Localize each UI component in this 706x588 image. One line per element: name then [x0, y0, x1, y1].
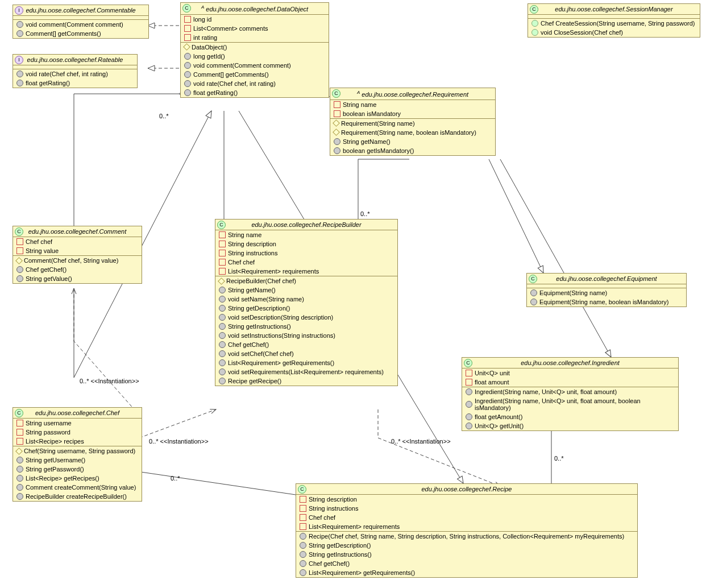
attribute: List<Comment> comments — [193, 25, 268, 32]
method: Recipe getRecipe() — [228, 378, 281, 384]
method: Chef CreateSession(String username, Stri… — [541, 20, 695, 27]
class-title: edu.jhu.oose.collegechef.SessionManager — [555, 6, 672, 13]
method: Chef getChef() — [309, 560, 350, 567]
class-recipe[interactable]: Cedu.jhu.oose.collegechef.Recipe String … — [296, 483, 638, 578]
method: boolean getIsMandatory() — [343, 147, 414, 154]
attribute: String password — [26, 429, 70, 436]
method: String getInstructions() — [309, 551, 372, 558]
method: List<Requirement> getRequirements() — [228, 359, 334, 366]
class-icon: C — [182, 4, 191, 13]
class-commentable[interactable]: Iedu.jhu.oose.collegechef.Commentable vo… — [13, 5, 149, 39]
attribute: List<Requirement> requirements — [228, 268, 319, 275]
method: float getRating() — [193, 89, 238, 96]
attribute: int rating — [193, 34, 217, 41]
method: List<Requirement> getRequirements() — [309, 569, 415, 576]
method: Comment(Chef chef, String value) — [24, 257, 118, 264]
method: float getRating() — [26, 80, 70, 86]
attribute: String name — [343, 101, 376, 108]
class-ingredient[interactable]: Cedu.jhu.oose.collegechef.Ingredient Uni… — [462, 357, 679, 431]
method: void CloseSession(Chef chef) — [541, 29, 623, 36]
class-title: edu.jhu.oose.collegechef.Comment — [28, 228, 126, 235]
class-rateable[interactable]: Iedu.jhu.oose.collegechef.Rateable void … — [13, 54, 138, 88]
method: Requirement(String name) — [341, 120, 415, 127]
class-icon: C — [530, 5, 538, 14]
method: String getName() — [228, 287, 276, 293]
attribute: long id — [193, 16, 211, 23]
class-sessionmanager[interactable]: Cedu.jhu.oose.collegechef.SessionManager… — [528, 3, 700, 38]
class-icon: C — [15, 409, 23, 417]
class-title: edu.jhu.oose.collegechef.Requirement — [362, 91, 468, 98]
attribute: boolean isMandatory — [343, 110, 401, 117]
method: Ingredient(String name, Unit<Q> unit, fl… — [475, 397, 675, 411]
attribute: String username — [26, 420, 72, 426]
class-dataobject[interactable]: CA edu.jhu.oose.collegechef.DataObject l… — [180, 2, 329, 98]
method: void comment(Comment comment) — [193, 62, 291, 69]
class-title: edu.jhu.oose.collegechef.Chef — [35, 409, 119, 416]
attribute: String value — [26, 247, 59, 254]
method: Equipment(String name, boolean isMandato… — [539, 299, 668, 305]
method: String getValue() — [26, 275, 72, 282]
method: Comment createComment(String value) — [26, 484, 136, 491]
class-icon: C — [15, 227, 23, 236]
method: Chef getChef() — [228, 341, 269, 348]
method: RecipeBuilder(Chef chef) — [226, 278, 296, 284]
method: void rate(Chef chef, int rating) — [26, 71, 108, 77]
attribute: List<Requirement> requirements — [309, 523, 400, 530]
method: Chef(String username, String password) — [24, 448, 135, 454]
method: String getPassword() — [26, 466, 84, 473]
mult-label: 0..* — [159, 113, 169, 119]
attribute: String description — [228, 241, 276, 247]
class-requirement[interactable]: CA edu.jhu.oose.collegechef.Requirement … — [330, 88, 496, 156]
attribute: float amount — [475, 379, 509, 386]
method: Recipe(Chef chef, String name, String de… — [309, 533, 624, 540]
class-chef[interactable]: Cedu.jhu.oose.collegechef.Chef String us… — [13, 407, 142, 502]
method: Comment[] getComments() — [26, 30, 101, 37]
class-title: edu.jhu.oose.collegechef.Ingredient — [521, 359, 620, 366]
mult-label: 0..* <<Instantiation>> — [391, 438, 451, 445]
method: String getUsername() — [26, 457, 85, 463]
attribute: String name — [228, 231, 261, 238]
method: DataObject() — [192, 44, 227, 51]
attribute: Chef chef — [228, 259, 255, 266]
mult-label: 0..* — [554, 455, 564, 462]
method: void setName(String name) — [228, 296, 304, 303]
class-icon: C — [332, 89, 340, 98]
method: Unit<Q> getUnit() — [475, 423, 524, 429]
method: String getName() — [343, 138, 391, 145]
method: String getInstructions() — [228, 323, 291, 330]
class-icon: C — [464, 359, 472, 367]
mult-label: 0..* <<Instantiation>> — [149, 438, 209, 445]
class-icon: C — [529, 275, 537, 283]
class-equipment[interactable]: Cedu.jhu.oose.collegechef.Equipment Equi… — [526, 273, 687, 307]
class-title: edu.jhu.oose.collegechef.Equipment — [556, 275, 657, 282]
interface-icon: I — [15, 56, 23, 64]
method: String getDescription() — [228, 305, 290, 312]
mult-label: 0..* — [171, 475, 180, 482]
method: void setRequirements(List<Requirement> r… — [228, 368, 384, 375]
method: Requirement(String name, boolean isManda… — [341, 129, 476, 136]
attribute: Chef chef — [26, 238, 52, 245]
class-icon: C — [298, 485, 306, 494]
attribute: Chef chef — [309, 514, 335, 521]
class-title: edu.jhu.oose.collegechef.Rateable — [27, 56, 123, 63]
class-recipebuilder[interactable]: Cedu.jhu.oose.collegechef.RecipeBuilder … — [215, 219, 398, 386]
class-title: edu.jhu.oose.collegechef.Commentable — [26, 7, 135, 14]
method: Chef getChef() — [26, 266, 67, 273]
method: long getId() — [193, 53, 225, 60]
method: void setDescription(String description) — [228, 314, 333, 321]
method: void setInstructions(String instructions… — [228, 332, 335, 339]
mult-label: 0..* <<Instantiation>> — [80, 378, 139, 384]
method: String getDescription() — [309, 542, 371, 549]
method: Comment[] getComments() — [193, 71, 269, 78]
class-title: edu.jhu.oose.collegechef.RecipeBuilder — [251, 221, 361, 228]
attribute: String description — [309, 496, 357, 503]
class-title: edu.jhu.oose.collegechef.Recipe — [421, 486, 512, 492]
method: void comment(Comment comment) — [26, 21, 123, 28]
method: void rate(Chef chef, int rating) — [193, 80, 276, 87]
class-comment[interactable]: Cedu.jhu.oose.collegechef.Comment Chef c… — [13, 226, 142, 284]
attribute: String instructions — [309, 505, 358, 512]
method: List<Recipe> getRecipes() — [26, 475, 99, 482]
attribute: List<Recipe> recipes — [26, 438, 84, 445]
attribute: String instructions — [228, 250, 277, 256]
method: RecipeBuilder createRecipeBuilder() — [26, 493, 127, 500]
